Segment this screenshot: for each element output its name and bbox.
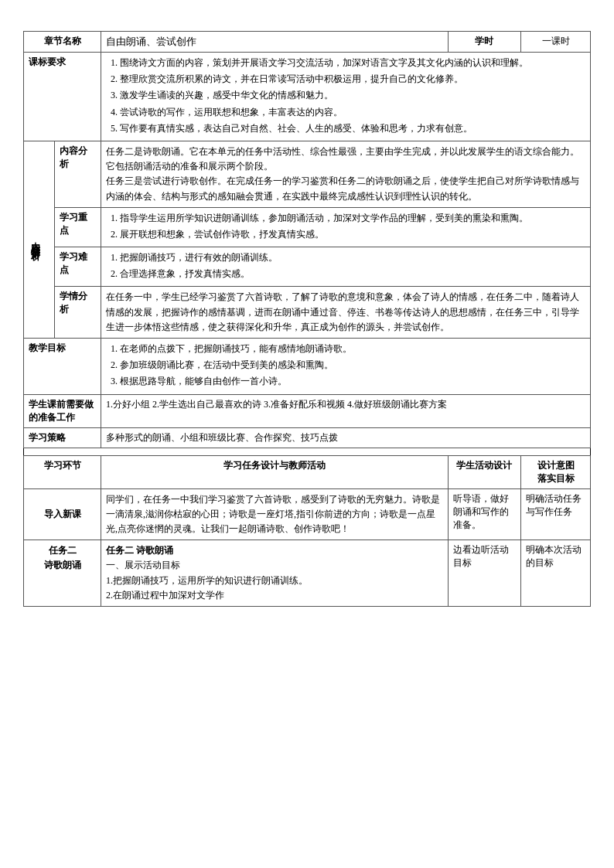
content-outer-label: 内容与学情分析 (24, 141, 55, 338)
curriculum-item-4: 尝试诗歌的写作，运用联想和想象，丰富表达的内容。 (120, 105, 585, 120)
sub2-item-2: 展开联想和想象，尝试创作诗歌，抒发真情实感。 (120, 227, 585, 242)
preparation-row: 学生课前需要做的准备工作 1.分好小组 2.学生选出自己最喜欢的诗 3.准备好配… (24, 394, 591, 427)
strategy-text: 多种形式的朗诵、小组和班级比赛、合作探究、技巧点拨 (101, 427, 591, 448)
preparation-label: 学生课前需要做的准备工作 (24, 394, 101, 427)
section-task2-line1: 任务二 (29, 543, 96, 558)
sub2-label: 学习重点 (55, 207, 101, 247)
goal-item-3: 根据思路导航，能够自由创作一首小诗。 (120, 374, 585, 389)
page: 章节名称 自由朗诵、尝试创作 学时 一课时 课标要求 围绕诗文方面的内容，策划并… (0, 0, 614, 868)
content-analysis-row2: 学习重点 指导学生运用所学知识进朗诵训练，参加朗诵活动，加深对文学作品的理解，受… (24, 207, 591, 247)
main-table: 章节名称 自由朗诵、尝试创作 学时 一课时 课标要求 围绕诗文方面的内容，策划并… (23, 31, 591, 607)
goal-item-2: 参加班级朗诵比赛，在活动中受到美的感染和熏陶。 (120, 358, 585, 373)
curriculum-item-1: 围绕诗文方面的内容，策划并开展语文学习交流活动，加深对语言文字及其文化内涵的认识… (120, 56, 585, 70)
bottom-header-row: 学习环节 学习任务设计与教师活动 学生活动设计 设计意图落实目标 (24, 455, 591, 488)
sub1-label: 内容分析 (55, 141, 101, 207)
teaching-goal-list: 在老师的点拨下，把握朗诵技巧，能有感情地朗诵诗歌。 参加班级朗诵比赛，在活动中受… (106, 342, 585, 390)
strategy-label: 学习策略 (24, 427, 101, 448)
sub2-list: 指导学生运用所学知识进朗诵训练，参加朗诵活动，加深对文学作品的理解，受到美的熏染… (106, 211, 585, 242)
content-analysis-row1: 内容与学情分析 内容分析 任务二是诗歌朗诵。它在本单元的任务中活动性、综合性最强… (24, 141, 591, 207)
task-intro-text: 同学们，在任务一中我们学习鉴赏了六首诗歌，感受到了诗歌的无穷魅力。诗歌是一滴清泉… (106, 492, 443, 537)
bottom-row-2: 任务二 诗歌朗诵 任务二 诗歌朗诵 一、展示活动目标 1.把握朗诵技巧，运用所学… (24, 540, 591, 607)
spacer-row (24, 448, 591, 455)
student-intro: 听导语，做好朗诵和写作的准备。 (448, 488, 520, 540)
preparation-text: 1.分好小组 2.学生选出自己最喜欢的诗 3.准备好配乐和视频 4.做好班级朗诵… (101, 394, 591, 427)
curriculum-row: 课标要求 围绕诗文方面的内容，策划并开展语文学习交流活动，加深对语言文字及其文化… (24, 53, 591, 141)
header-row: 章节名称 自由朗诵、尝试创作 学时 一课时 (24, 32, 591, 53)
sub4-content: 在任务一中，学生已经学习鉴赏了六首诗歌，了解了诗歌的意境和意象，体会了诗人的情感… (101, 287, 591, 339)
col2-header: 学习任务设计与教师活动 (101, 455, 449, 488)
content-analysis-row4: 学情分析 在任务一中，学生已经学习鉴赏了六首诗歌，了解了诗歌的意境和意象，体会了… (24, 287, 591, 339)
teaching-goal-label: 教学目标 (24, 339, 101, 395)
content-analysis-row3: 学习难点 把握朗诵技巧，进行有效的朗诵训练。 合理选择意象，抒发真情实感。 (24, 247, 591, 287)
task-intro: 同学们，在任务一中我们学习鉴赏了六首诗歌，感受到了诗歌的无穷魅力。诗歌是一滴清泉… (101, 488, 449, 540)
student-task2: 边看边听活动目标 (448, 540, 520, 607)
curriculum-list: 围绕诗文方面的内容，策划并开展语文学习交流活动，加深对语言文字及其文化内涵的认识… (106, 56, 585, 136)
teaching-goal-row: 教学目标 在老师的点拨下，把握朗诵技巧，能有感情地朗诵诗歌。 参加班级朗诵比赛，… (24, 339, 591, 395)
section-task2-line2: 诗歌朗诵 (29, 558, 96, 573)
sub2-content: 指导学生运用所学知识进朗诵训练，参加朗诵活动，加深对文学作品的理解，受到美的熏染… (101, 207, 591, 247)
teaching-goal-content: 在老师的点拨下，把握朗诵技巧，能有感情地朗诵诗歌。 参加班级朗诵比赛，在活动中受… (101, 339, 591, 395)
curriculum-content: 围绕诗文方面的内容，策划并开展语文学习交流活动，加深对语言文字及其文化内涵的认识… (101, 53, 591, 141)
hours-label: 学时 (448, 32, 520, 53)
sub3-item-2: 合理选择意象，抒发真情实感。 (120, 267, 585, 281)
task-task2: 任务二 诗歌朗诵 一、展示活动目标 1.把握朗诵技巧，运用所学的知识进行朗诵训练… (101, 540, 449, 607)
chapter-label: 章节名称 (24, 32, 101, 53)
hours-value: 一课时 (521, 32, 591, 53)
task-task2-title: 任务二 诗歌朗诵 (106, 543, 443, 558)
sub1-para2: 任务三是尝试进行诗歌创作。在完成任务一的学习鉴赏和任务二的诗歌朗诵之后，使使学生… (106, 174, 585, 203)
sub3-item-1: 把握朗诵技巧，进行有效的朗诵训练。 (120, 250, 585, 265)
col4-header-line1: 设计意图落实目标 (526, 459, 585, 485)
goal-item-1: 在老师的点拨下，把握朗诵技巧，能有感情地朗诵诗歌。 (120, 342, 585, 356)
col3-header: 学生活动设计 (448, 455, 520, 488)
curriculum-item-5: 写作要有真情实感，表达自己对自然、社会、人生的感受、体验和思考，力求有创意。 (120, 121, 585, 136)
sub1-text: 任务二是诗歌朗诵。它在本单元的任务中活动性、综合性最强，主要由学生完成，并以此发… (101, 141, 591, 207)
spacer (24, 448, 591, 455)
curriculum-item-3: 激发学生诵读的兴趣，感受中华文化的情感和魅力。 (120, 88, 585, 103)
sub1-para1: 任务二是诗歌朗诵。它在本单元的任务中活动性、综合性最强，主要由学生完成，并以此发… (106, 145, 585, 174)
task-task2-item2: 2.在朗诵过程中加深对文学作 (106, 588, 443, 603)
chapter-value: 自由朗诵、尝试创作 (101, 32, 449, 53)
strategy-row: 学习策略 多种形式的朗诵、小组和班级比赛、合作探究、技巧点拨 (24, 427, 591, 448)
sub4-text: 在任务一中，学生已经学习鉴赏了六首诗歌，了解了诗歌的意境和意象，体会了诗人的情感… (106, 290, 585, 335)
task-task2-sub: 一、展示活动目标 (106, 558, 443, 573)
sub3-list: 把握朗诵技巧，进行有效的朗诵训练。 合理选择意象，抒发真情实感。 (106, 250, 585, 281)
design-task2: 明确本次活动的目标 (521, 540, 591, 607)
curriculum-item-2: 整理欣赏交流所积累的诗文，并在日常读写活动中积极运用，提升自己的文化修养。 (120, 72, 585, 87)
content-outer-text: 内容与学情分析 (29, 234, 42, 245)
col4-header: 设计意图落实目标 (521, 455, 591, 488)
sub2-item-1: 指导学生运用所学知识进朗诵训练，参加朗诵活动，加深对文学作品的理解，受到美的熏染… (120, 211, 585, 226)
section-task2: 任务二 诗歌朗诵 (24, 540, 101, 607)
col1-header: 学习环节 (24, 455, 101, 488)
curriculum-label: 课标要求 (24, 53, 101, 141)
sub3-label: 学习难点 (55, 247, 101, 287)
sub3-content: 把握朗诵技巧，进行有效的朗诵训练。 合理选择意象，抒发真情实感。 (101, 247, 591, 287)
task-task2-item1: 1.把握朗诵技巧，运用所学的知识进行朗诵训练。 (106, 574, 443, 588)
section-intro: 导入新课 (24, 488, 101, 540)
design-intro: 明确活动任务与写作任务 (521, 488, 591, 540)
sub4-label: 学情分析 (55, 287, 101, 339)
bottom-row-1: 导入新课 同学们，在任务一中我们学习鉴赏了六首诗歌，感受到了诗歌的无穷魅力。诗歌… (24, 488, 591, 540)
